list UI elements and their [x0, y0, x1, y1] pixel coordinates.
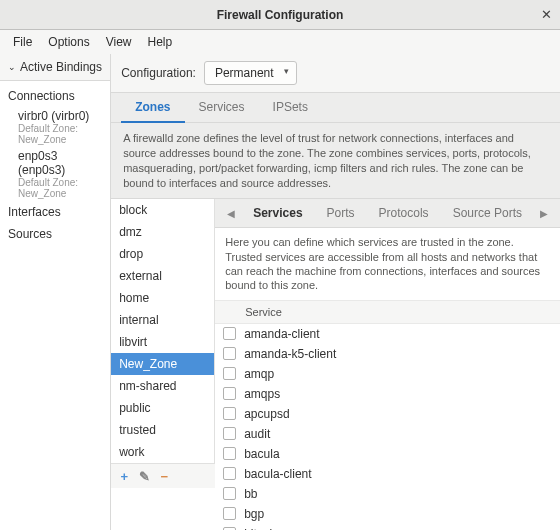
zone-item[interactable]: New_Zone	[111, 353, 214, 375]
connection-sub: Default Zone: New_Zone	[18, 123, 102, 145]
zone-item[interactable]: drop	[111, 243, 214, 265]
service-label: bgp	[244, 507, 264, 521]
service-row[interactable]: amanda-k5-client	[215, 344, 560, 364]
service-label: amqps	[244, 387, 280, 401]
zone-toolbar: + ✎ −	[111, 463, 215, 488]
service-label: bb	[244, 487, 257, 501]
service-label: audit	[244, 427, 270, 441]
service-label: amanda-k5-client	[244, 347, 336, 361]
zone-detail-pane: ◀ Services Ports Protocols Source Ports …	[215, 199, 560, 530]
service-checkbox[interactable]	[223, 387, 236, 400]
service-checkbox[interactable]	[223, 347, 236, 360]
service-row[interactable]: bitcoin	[215, 524, 560, 530]
service-row[interactable]: bgp	[215, 504, 560, 524]
service-label: apcupsd	[244, 407, 289, 421]
configuration-combo[interactable]: Permanent	[204, 61, 297, 85]
service-row[interactable]: bacula-client	[215, 464, 560, 484]
close-icon[interactable]: ✕	[541, 7, 552, 22]
menu-help[interactable]: Help	[141, 32, 180, 52]
service-label: bacula	[244, 447, 279, 461]
inner-tab-protocols[interactable]: Protocols	[367, 199, 441, 227]
inner-tabs: ◀ Services Ports Protocols Source Ports …	[215, 199, 560, 228]
menu-options[interactable]: Options	[41, 32, 96, 52]
zone-item[interactable]: block	[111, 199, 214, 221]
scroll-left-icon[interactable]: ◀	[221, 202, 241, 225]
menu-file[interactable]: File	[6, 32, 39, 52]
service-row[interactable]: amqps	[215, 384, 560, 404]
outer-tabs: Zones Services IPSets	[111, 92, 560, 123]
chevron-down-icon: ⌄	[8, 62, 16, 72]
service-row[interactable]: apcupsd	[215, 404, 560, 424]
zone-item[interactable]: external	[111, 265, 214, 287]
window-title: Firewall Configuration	[217, 8, 344, 22]
scroll-right-icon[interactable]: ▶	[534, 202, 554, 225]
connection-sub: Default Zone: New_Zone	[18, 177, 102, 199]
configuration-label: Configuration:	[121, 66, 196, 80]
service-row[interactable]: audit	[215, 424, 560, 444]
configuration-row: Configuration: Permanent	[111, 54, 560, 92]
service-list-header: Service	[215, 301, 560, 324]
service-checkbox[interactable]	[223, 467, 236, 480]
zone-item[interactable]: dmz	[111, 221, 214, 243]
zone-list[interactable]: blockdmzdropexternalhomeinternallibvirtN…	[111, 199, 215, 463]
menu-view[interactable]: View	[99, 32, 139, 52]
content-area: Configuration: Permanent Zones Services …	[111, 54, 560, 530]
tab-ipsets[interactable]: IPSets	[259, 93, 322, 122]
sidebar-section-connections[interactable]: Connections	[0, 85, 110, 107]
service-checkbox[interactable]	[223, 427, 236, 440]
sidebar: ⌄ Active Bindings Connections virbr0 (vi…	[0, 54, 111, 530]
service-row[interactable]: amanda-client	[215, 324, 560, 344]
service-checkbox[interactable]	[223, 367, 236, 380]
zone-item[interactable]: libvirt	[111, 331, 214, 353]
service-row[interactable]: bb	[215, 484, 560, 504]
service-list[interactable]: Service amanda-clientamanda-k5-clientamq…	[215, 300, 560, 530]
service-checkbox[interactable]	[223, 407, 236, 420]
sidebar-header-label: Active Bindings	[20, 60, 102, 74]
inner-tab-services[interactable]: Services	[241, 199, 314, 227]
zone-item[interactable]: nm-shared	[111, 375, 214, 397]
service-label: amqp	[244, 367, 274, 381]
sidebar-header-active-bindings[interactable]: ⌄ Active Bindings	[0, 54, 110, 81]
connection-item[interactable]: enp0s3 (enp0s3) Default Zone: New_Zone	[0, 147, 110, 201]
connection-item[interactable]: virbr0 (virbr0) Default Zone: New_Zone	[0, 107, 110, 147]
service-row[interactable]: amqp	[215, 364, 560, 384]
service-checkbox[interactable]	[223, 327, 236, 340]
connection-name: virbr0 (virbr0)	[18, 109, 102, 123]
connection-name: enp0s3 (enp0s3)	[18, 149, 102, 177]
menubar: File Options View Help	[0, 30, 560, 54]
service-checkbox[interactable]	[223, 487, 236, 500]
main-area: ⌄ Active Bindings Connections virbr0 (vi…	[0, 54, 560, 530]
tab-services[interactable]: Services	[185, 93, 259, 122]
service-checkbox[interactable]	[223, 507, 236, 520]
configuration-value: Permanent	[215, 66, 274, 80]
remove-zone-icon[interactable]: −	[155, 467, 173, 485]
tab-zones[interactable]: Zones	[121, 93, 184, 123]
inner-tab-source-ports[interactable]: Source Ports	[441, 199, 534, 227]
zone-description: A firewalld zone defines the level of tr…	[111, 123, 560, 198]
zones-panel: blockdmzdropexternalhomeinternallibvirtN…	[111, 198, 560, 530]
service-checkbox[interactable]	[223, 447, 236, 460]
sidebar-section-sources[interactable]: Sources	[0, 223, 110, 245]
zone-item[interactable]: home	[111, 287, 214, 309]
sidebar-section-interfaces[interactable]: Interfaces	[0, 201, 110, 223]
zone-item[interactable]: internal	[111, 309, 214, 331]
sidebar-body: Connections virbr0 (virbr0) Default Zone…	[0, 81, 110, 249]
service-label: bitcoin	[244, 527, 279, 530]
service-label: amanda-client	[244, 327, 319, 341]
add-zone-icon[interactable]: +	[115, 467, 133, 485]
titlebar: Firewall Configuration ✕	[0, 0, 560, 30]
services-description: Here you can define which services are t…	[215, 228, 560, 299]
service-row[interactable]: bacula	[215, 444, 560, 464]
zone-item[interactable]: public	[111, 397, 214, 419]
service-label: bacula-client	[244, 467, 311, 481]
inner-tab-ports[interactable]: Ports	[315, 199, 367, 227]
edit-zone-icon[interactable]: ✎	[135, 467, 153, 485]
zone-item[interactable]: work	[111, 441, 214, 463]
zone-item[interactable]: trusted	[111, 419, 214, 441]
